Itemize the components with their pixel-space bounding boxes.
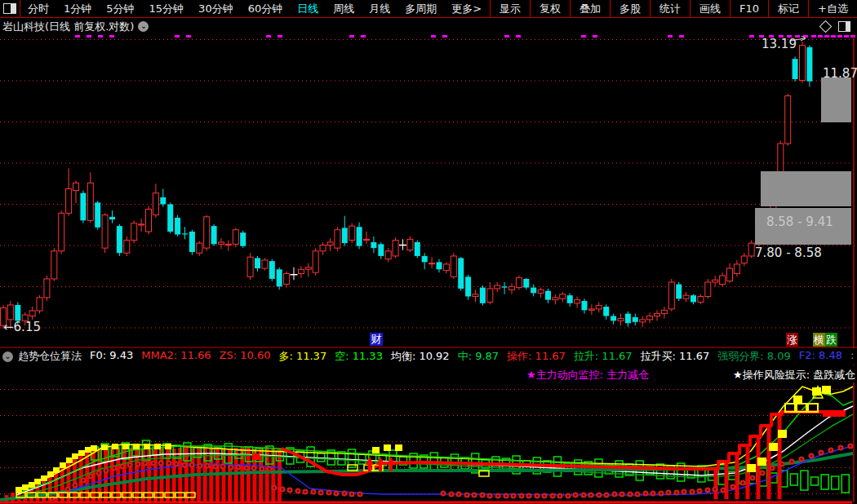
candle-body-down	[357, 227, 362, 245]
candle-body-down	[95, 202, 100, 227]
candle-body-down	[531, 288, 536, 294]
period-menu-item[interactable]: 5分钟	[99, 2, 141, 16]
price-zone-mid: 8.58 - 9.41	[755, 208, 851, 245]
period-menu-item[interactable]: 分时	[20, 2, 56, 16]
tag-fall[interactable]: 跌	[825, 333, 837, 347]
candle-body-down	[603, 307, 609, 316]
candle-body-up	[661, 310, 667, 313]
yellow-cap	[16, 487, 22, 493]
signal-dot	[505, 495, 507, 497]
candle-body-up	[473, 294, 478, 297]
signal-dot	[351, 493, 353, 495]
finance-report-badge[interactable]: 财	[370, 333, 383, 346]
yellow-cap	[144, 444, 150, 449]
signal-dot	[246, 467, 247, 469]
toolbar-button[interactable]: 复权	[530, 0, 570, 17]
chevron-down-icon[interactable]: ⌄	[138, 21, 149, 32]
signal-dot	[74, 484, 76, 486]
signal-dot	[637, 493, 638, 495]
candle-body-up	[705, 282, 711, 297]
signal-dot	[497, 495, 499, 497]
price-zone-upper	[761, 171, 851, 206]
signal-dot	[722, 489, 724, 491]
signal-dot	[113, 467, 115, 469]
signal-dot	[552, 495, 553, 497]
red-square	[252, 453, 260, 460]
candle-body-up	[102, 215, 108, 249]
toolbar-button[interactable]: 显示	[490, 0, 530, 17]
candle-body-up	[451, 256, 456, 276]
indicator-field: 空: 11.33	[335, 349, 383, 364]
signal-dot	[482, 494, 483, 496]
candle-body-up	[741, 256, 747, 263]
signal-dot	[313, 491, 314, 493]
toolbar-button[interactable]: F10	[730, 0, 768, 17]
signal-dot	[442, 493, 444, 494]
indicator-name[interactable]: 趋势仓位算法	[18, 349, 82, 364]
yellow-cap	[29, 482, 35, 488]
period-menu-item[interactable]: 1分钟	[56, 2, 99, 16]
period-menu-item[interactable]: 月线	[362, 2, 397, 16]
candle-body-up	[124, 241, 130, 254]
candle-body-up	[59, 213, 64, 250]
tag-sideways[interactable]: 横	[813, 333, 825, 347]
signal-dot	[614, 493, 615, 495]
candle-body-up	[560, 294, 566, 299]
signal-dot	[473, 494, 475, 496]
zone-low-label: 7.80 - 8.58	[755, 245, 822, 260]
candle-body-up	[66, 189, 72, 214]
toolbar-button[interactable]: 叠加	[570, 0, 610, 17]
signal-dot	[801, 458, 802, 460]
period-menu-item[interactable]: 周线	[326, 2, 362, 16]
yellow-cap	[78, 450, 85, 456]
up-arrow-icon	[379, 465, 382, 471]
indicator-field: : 8.48	[850, 349, 857, 364]
period-menu-item[interactable]: 15分钟	[142, 2, 192, 16]
toolbar-button[interactable]: 画线	[690, 0, 730, 17]
candle-body-up	[407, 239, 413, 250]
candle-body-up	[516, 278, 522, 288]
period-menu-item[interactable]: 日线	[290, 2, 326, 16]
main-chart[interactable]	[0, 0, 857, 504]
pane-split-icon[interactable]	[838, 21, 850, 32]
yellow-square	[793, 396, 802, 404]
toolbar-button[interactable]: +自选	[808, 0, 857, 17]
signal-dot	[335, 493, 337, 494]
candle-body-up	[7, 305, 13, 320]
signal-dot	[820, 452, 822, 453]
trend-box	[821, 475, 828, 489]
candle-body-up	[509, 286, 515, 290]
candle-body-up	[320, 245, 326, 251]
yellow-square	[778, 430, 787, 438]
main-force-monitor-label: ★主力动向监控: 主力减仓	[526, 368, 649, 382]
candle-body-down	[182, 233, 188, 234]
yellow-square	[769, 443, 778, 451]
signal-dot	[105, 470, 107, 471]
signal-dot	[175, 463, 177, 465]
candle-body-up	[713, 280, 718, 282]
candle-body-down	[160, 197, 166, 205]
top-toolbar: 分时1分钟5分钟15分钟30分钟60分钟日线周线月线多周期更多> 显示复权叠加多…	[0, 0, 857, 18]
low-price-label: ←6.15	[3, 320, 41, 334]
window-split-icon[interactable]	[3, 3, 16, 14]
candle-body-down	[277, 269, 282, 286]
period-menu-item[interactable]: 60分钟	[241, 2, 291, 16]
period-menu-item[interactable]: 30分钟	[191, 2, 241, 16]
collapse-chevron-icon[interactable]: ⌄	[2, 351, 13, 362]
candle-body-down	[371, 242, 376, 248]
toolbar-button[interactable]: 多股	[610, 0, 650, 17]
diamond-icon[interactable]	[819, 20, 833, 33]
stock-title[interactable]: 岩山科技(日线 前复权.对数)	[2, 20, 134, 34]
period-menu-item[interactable]: 更多>	[444, 2, 489, 16]
candle-body-up	[720, 276, 726, 285]
tag-rise[interactable]: 涨	[786, 333, 798, 347]
signal-dot	[304, 491, 306, 493]
toolbar-button[interactable]: 统计	[650, 0, 690, 17]
signal-dot	[129, 464, 131, 466]
period-menu-item[interactable]: 多周期	[397, 2, 444, 16]
signal-dot	[206, 465, 208, 466]
candle-body-down	[255, 258, 260, 268]
signal-dot	[282, 489, 283, 490]
candle-body-up	[748, 243, 754, 256]
toolbar-button[interactable]: 标记	[768, 0, 808, 17]
